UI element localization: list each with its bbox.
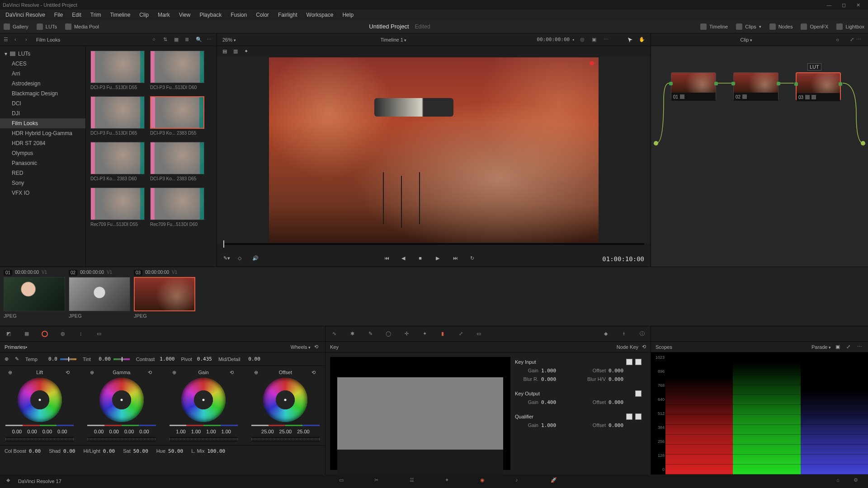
menu-view[interactable]: View [175, 12, 194, 18]
ki-blurr[interactable]: 0.000 [541, 376, 556, 382]
luts-tree[interactable]: ▾ LUTs ACESArriAstrodesignBlackmagic Des… [0, 46, 86, 267]
curves-icon[interactable]: ∿ [330, 330, 338, 338]
sidebar-toggle-icon[interactable]: ☰ [4, 37, 10, 43]
clip-card[interactable]: 0200:00:00:00V1JPEG [69, 270, 130, 319]
color-wheel[interactable] [18, 378, 62, 422]
menu-timeline[interactable]: Timeline [106, 12, 134, 18]
page-fusion-icon[interactable]: ✦ [445, 477, 453, 485]
clip-strip[interactable]: 0100:00:00:00V1JPEG0200:00:00:00V1JPEG03… [0, 267, 868, 326]
menu-playback[interactable]: Playback [196, 12, 225, 18]
node-mode-dropdown[interactable]: Clip [656, 37, 836, 42]
node-02[interactable]: 02 [733, 72, 778, 100]
color-wheel[interactable] [99, 378, 144, 422]
lut-thumb[interactable] [90, 96, 145, 129]
prev-frame-button[interactable]: ◀ [401, 255, 409, 263]
motion-icon[interactable]: ▭ [95, 330, 103, 338]
q-gain[interactable]: 1.000 [541, 422, 556, 428]
magic-icon[interactable]: ✦ [244, 48, 250, 55]
openfx-button[interactable]: OpenFX [801, 23, 828, 30]
warper-icon[interactable]: ✱ [348, 330, 356, 338]
luts-button[interactable]: LUTs [37, 23, 57, 30]
clip-thumb[interactable] [69, 277, 130, 311]
search-icon[interactable]: 🔍 [196, 37, 202, 43]
clip-card[interactable]: 0300:00:00:00V1JPEG [134, 270, 195, 319]
auto-balance-icon[interactable]: ⊕ [5, 356, 9, 362]
middetail-value[interactable]: 0.00 [243, 356, 260, 362]
qualifier-tool-icon[interactable]: ✎ [366, 330, 374, 338]
lut-card[interactable]: DCI-P3 Ko... 2383 D65 [150, 142, 204, 181]
luts-tree-item[interactable]: Sony [0, 178, 85, 188]
key-preview-image[interactable] [337, 377, 503, 450]
lut-card[interactable]: DCI-P3 Ko... 2383 D60 [90, 142, 145, 181]
tracker-icon[interactable]: ✢ [402, 330, 410, 338]
clip-card[interactable]: 0100:00:00:00V1JPEG [4, 270, 65, 319]
page-fairlight-icon[interactable]: ♪ [515, 477, 524, 485]
luts-tree-item[interactable]: DCI [0, 99, 85, 108]
home-icon[interactable]: ⌂ [836, 477, 844, 485]
ki-gain[interactable]: 1.000 [541, 368, 556, 374]
lut-thumb[interactable] [150, 142, 204, 174]
gallery-button[interactable]: Gallery [4, 23, 28, 30]
sat-value[interactable]: 50.00 [133, 448, 148, 454]
luts-tree-item[interactable]: Blackmagic Design [0, 89, 85, 99]
q-offset[interactable]: 0.000 [609, 422, 623, 428]
tint-value[interactable]: 0.00 [94, 356, 111, 362]
wipe-icon[interactable]: ▥ [233, 48, 240, 55]
lut-card[interactable]: DCI-P3 Fu...513DI D65 [90, 96, 145, 136]
zoom-dropdown[interactable]: 26% [222, 37, 236, 42]
reset-icon[interactable]: ⟲ [311, 370, 317, 375]
luts-tree-item[interactable]: Film Looks [0, 118, 85, 128]
page-cut-icon[interactable]: ✂ [374, 477, 382, 485]
ko-gain[interactable]: 0.400 [541, 399, 556, 405]
master-wheel[interactable] [251, 437, 320, 441]
picker-icon[interactable]: ⊕ [172, 370, 178, 375]
ki-blurhv[interactable]: 0.000 [609, 376, 623, 382]
more-icon[interactable]: ⋯ [207, 37, 213, 43]
luts-tree-item[interactable]: HDR ST 2084 [0, 138, 85, 148]
luts-root[interactable]: ▾ LUTs [0, 49, 85, 59]
picker-icon[interactable]: ✎ [15, 356, 19, 362]
node-zoom-icon[interactable]: ⤢ [850, 37, 856, 43]
invert-toggle[interactable] [635, 359, 642, 365]
menu-clip[interactable]: Clip [136, 12, 152, 18]
menu-trim[interactable]: Trim [87, 12, 105, 18]
luts-grid[interactable]: DCI-P3 Fu...513DI D55DCI-P3 Fu...513DI D… [86, 46, 217, 267]
node-01[interactable]: 01 [671, 72, 716, 100]
picker-icon[interactable]: ⊕ [90, 370, 95, 375]
reset-icon[interactable]: ⟲ [230, 370, 235, 375]
page-deliver-icon[interactable]: 🚀 [551, 477, 559, 485]
ki-offset[interactable]: 0.000 [609, 368, 623, 374]
split-icon[interactable]: ▣ [592, 37, 598, 43]
node-more-icon[interactable]: ⋯ [856, 37, 863, 43]
minimize-button[interactable]: — [822, 2, 836, 8]
lmix-value[interactable]: 100.00 [208, 448, 226, 454]
picker-icon[interactable]: ⊕ [8, 370, 14, 375]
page-color-icon[interactable]: ◉ [480, 477, 488, 485]
menu-color[interactable]: Color [252, 12, 273, 18]
rgb-mixer-icon[interactable]: ⫶ [77, 330, 85, 338]
lut-thumb[interactable] [150, 188, 204, 220]
3d-icon[interactable]: ▭ [475, 330, 483, 338]
graph-output[interactable] [861, 141, 865, 145]
menu-help[interactable]: Help [339, 12, 357, 18]
grid-view-icon[interactable]: ▦ [174, 37, 180, 43]
lut-card[interactable]: DCI-P3 Fu...513DI D60 [150, 51, 204, 90]
hdr-icon[interactable]: ◍ [59, 330, 67, 338]
plus-icon[interactable]: ○ [152, 37, 159, 43]
stop-button[interactable]: ■ [419, 255, 426, 263]
lut-thumb[interactable] [150, 96, 204, 129]
luts-tree-item[interactable]: RED [0, 168, 85, 178]
scopes-layout-icon[interactable]: ▣ [835, 344, 842, 350]
luts-tree-item[interactable]: ACES [0, 59, 85, 69]
color-wheels-icon[interactable] [41, 330, 49, 338]
ko-offset[interactable]: 0.000 [609, 399, 623, 405]
node-label-edit[interactable]: LUT [807, 63, 821, 70]
camera-raw-icon[interactable]: ◩ [5, 330, 13, 338]
clips-button[interactable]: Clips [736, 23, 761, 30]
reset-primaries-icon[interactable]: ⟲ [314, 344, 321, 350]
color-match-icon[interactable]: ▦ [23, 330, 31, 338]
ko-invert[interactable] [635, 390, 642, 397]
color-wheel[interactable] [181, 378, 226, 422]
sizing-icon[interactable]: ⤢ [457, 330, 465, 338]
color-wheel[interactable] [263, 378, 307, 422]
